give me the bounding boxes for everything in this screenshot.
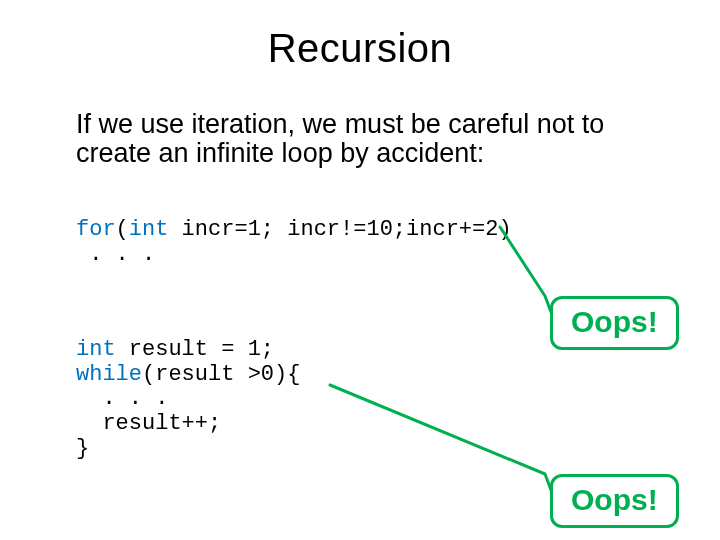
keyword-int: int [129,217,169,242]
keyword-while: while [76,362,142,387]
code-text: result++; [76,411,221,436]
code-block-for: for(int incr=1; incr!=10;incr+=2) . . . [76,218,512,267]
keyword-int: int [76,337,116,362]
callout-oops-1: Oops! [550,296,679,350]
callout-oops-2: Oops! [550,474,679,528]
code-text: } [76,436,89,461]
slide: Recursion If we use iteration, we must b… [0,0,720,540]
keyword-for: for [76,217,116,242]
page-title: Recursion [0,26,720,71]
body-text: If we use iteration, we must be careful … [76,110,651,168]
code-block-while: int result = 1; while(result >0){ . . . … [76,338,300,461]
code-text: ( [116,217,129,242]
code-text: incr=1; incr!=10;incr+=2) [168,217,511,242]
code-text: result = 1; [116,337,274,362]
code-text: (result >0){ [142,362,300,387]
code-text: . . . [76,242,155,267]
code-text: . . . [76,386,168,411]
